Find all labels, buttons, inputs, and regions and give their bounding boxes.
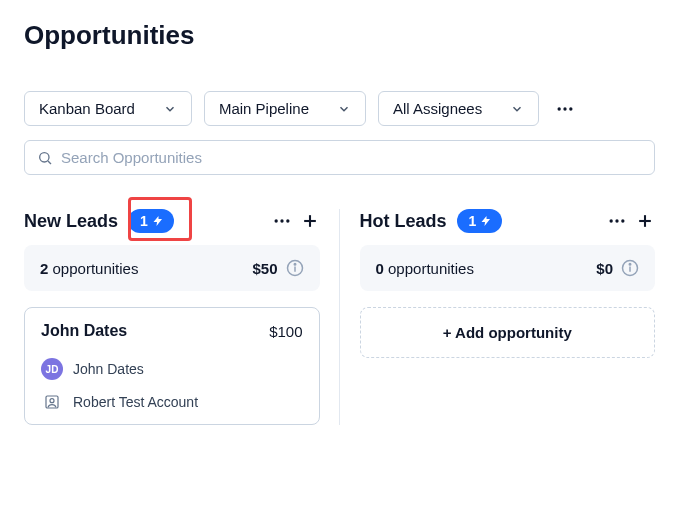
summary-amount: $50 [252,260,277,277]
search-input[interactable] [61,149,642,166]
card-amount: $100 [269,323,302,340]
bolt-icon [152,215,164,227]
automation-badge[interactable]: 1 [457,209,503,233]
page-title: Opportunities [24,20,655,51]
kanban-column-hot-leads: Hot Leads 1 0 opportunit [360,209,656,425]
svg-point-17 [621,219,624,222]
add-opportunity-button[interactable]: + Add opportunity [360,307,656,358]
opportunity-card[interactable]: John Dates $100 JD John Dates Robert Tes… [24,307,320,425]
column-add-button[interactable] [300,211,320,231]
chevron-down-icon [337,102,351,116]
badge-count: 1 [469,213,477,229]
bolt-icon [480,215,492,227]
view-dropdown[interactable]: Kanban Board [24,91,192,126]
column-more-button[interactable] [607,211,627,231]
automation-badge[interactable]: 1 [128,209,174,233]
svg-point-7 [286,219,289,222]
avatar: JD [41,358,63,380]
column-summary: 2 opportunities $50 [24,245,320,291]
chevron-down-icon [163,102,177,116]
view-dropdown-label: Kanban Board [39,100,135,117]
column-header: New Leads 1 [24,209,320,233]
svg-point-6 [280,219,283,222]
svg-point-14 [50,399,54,403]
svg-point-2 [569,107,572,110]
svg-point-1 [564,107,567,110]
card-title: John Dates [41,322,127,340]
assignees-dropdown-label: All Assignees [393,100,482,117]
column-add-button[interactable] [635,211,655,231]
chevron-down-icon [510,102,524,116]
svg-point-3 [40,152,49,161]
column-summary: 0 opportunities $0 [360,245,656,291]
column-title: New Leads [24,211,118,232]
svg-point-15 [610,219,613,222]
info-icon[interactable] [286,259,304,277]
search-bar[interactable] [24,140,655,175]
svg-point-16 [615,219,618,222]
search-icon [37,150,53,166]
card-account-name: Robert Test Account [73,394,198,410]
svg-point-22 [629,264,631,266]
summary-label: opportunities [388,260,474,277]
kanban-columns: New Leads 1 2 o [24,209,655,425]
column-title: Hot Leads [360,211,447,232]
pipeline-dropdown-label: Main Pipeline [219,100,309,117]
kanban-column-new-leads: New Leads 1 2 o [24,209,320,425]
column-more-button[interactable] [272,211,292,231]
summary-count: 2 [40,260,48,277]
assignees-dropdown[interactable]: All Assignees [378,91,539,126]
svg-point-0 [558,107,561,110]
svg-point-12 [294,264,296,266]
svg-point-5 [274,219,277,222]
filter-bar: Kanban Board Main Pipeline All Assignees [24,91,655,126]
summary-count: 0 [376,260,384,277]
pipeline-dropdown[interactable]: Main Pipeline [204,91,366,126]
info-icon[interactable] [621,259,639,277]
svg-line-4 [48,161,51,164]
column-header: Hot Leads 1 [360,209,656,233]
more-filters-button[interactable] [551,99,579,119]
summary-amount: $0 [596,260,613,277]
badge-count: 1 [140,213,148,229]
account-icon [41,394,63,410]
svg-rect-13 [46,396,58,408]
card-account-row: Robert Test Account [41,394,303,410]
card-contact-row: JD John Dates [41,358,303,380]
card-contact-name: John Dates [73,361,144,377]
summary-label: opportunities [53,260,139,277]
